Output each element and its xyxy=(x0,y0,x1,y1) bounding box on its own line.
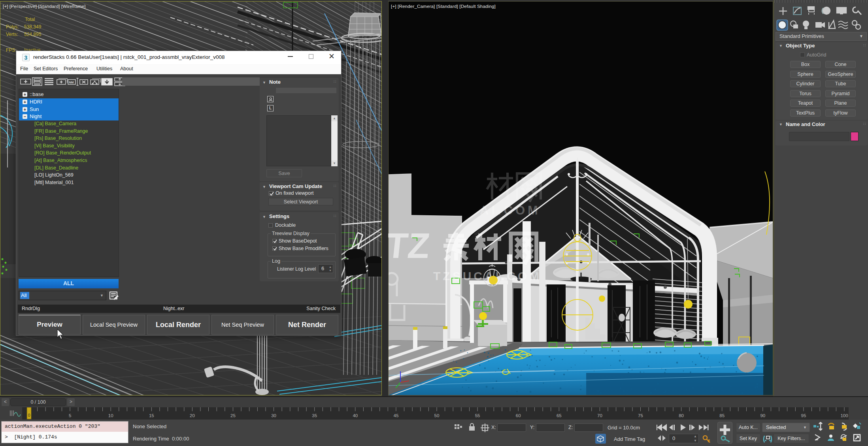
svg-text:60: 60 xyxy=(516,413,521,418)
svg-text:65: 65 xyxy=(557,413,562,418)
svg-text:50: 50 xyxy=(434,413,440,418)
svg-text:TZSUCAI.COM: TZSUCAI.COM xyxy=(433,269,542,282)
svg-text:NM: NM xyxy=(69,81,74,84)
svg-text:75: 75 xyxy=(638,413,643,418)
svg-text:25: 25 xyxy=(230,413,236,418)
svg-text:45: 45 xyxy=(394,413,399,418)
svg-text:TZ: TZ xyxy=(388,226,432,265)
svg-text:40: 40 xyxy=(353,413,358,418)
svg-text:55: 55 xyxy=(475,413,480,418)
svg-text:70: 70 xyxy=(597,413,602,418)
svg-text:10: 10 xyxy=(108,413,113,418)
svg-text:AI.COM: AI.COM xyxy=(480,203,541,217)
svg-text:95: 95 xyxy=(801,413,806,418)
svg-text:90: 90 xyxy=(760,413,765,418)
svg-text:5: 5 xyxy=(69,413,71,418)
svg-text:15: 15 xyxy=(149,413,154,418)
svg-text:80: 80 xyxy=(679,413,684,418)
svg-text:85: 85 xyxy=(719,413,725,418)
svg-text:0: 0 xyxy=(28,413,30,418)
svg-text:20: 20 xyxy=(190,413,195,418)
svg-text:30: 30 xyxy=(271,413,276,418)
svg-text:35: 35 xyxy=(312,413,317,418)
svg-text:100: 100 xyxy=(840,413,848,418)
